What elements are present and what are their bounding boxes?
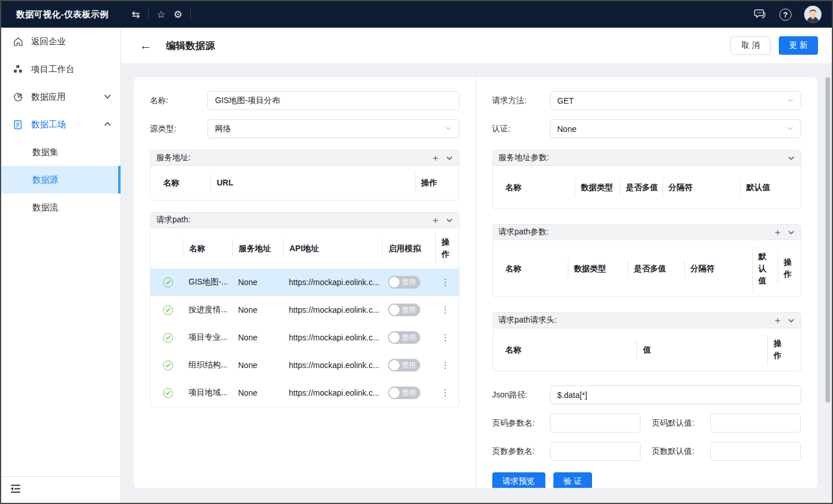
col-header: 服务地址 xyxy=(232,239,283,258)
col-header: 操作 xyxy=(435,233,453,264)
table-row[interactable]: 按进度情... None https://mockapi.eolink.c...… xyxy=(150,296,459,324)
collapse-sidebar-icon[interactable] xyxy=(10,484,21,495)
chat-icon[interactable] xyxy=(754,8,767,21)
chevron-down-icon xyxy=(445,124,452,134)
request-path-table-header: 名称 服务地址 API地址 启用模拟 操作 xyxy=(150,228,459,268)
sidebar-item-project-workbench[interactable]: 项目工作台 xyxy=(1,55,120,83)
col-header: 操作 xyxy=(415,173,452,192)
update-button[interactable]: 更 新 xyxy=(779,36,818,55)
service-address-title: 服务地址: xyxy=(156,153,433,163)
toggle-label: 禁用 xyxy=(402,388,416,398)
table-row[interactable]: GIS地图-... None https://mockapi.eolink.c.… xyxy=(150,268,459,296)
mock-toggle[interactable]: 禁用 xyxy=(388,386,420,399)
path-params-title: 请求path参数: xyxy=(499,227,775,237)
path-api-url: https://mockapi.eolink.c... xyxy=(283,278,382,287)
toggle-label: 禁用 xyxy=(402,278,416,287)
sidebar-item-data-apps[interactable]: 数据应用 xyxy=(1,83,120,111)
swap-icon[interactable]: ⇆ xyxy=(132,10,140,20)
sidebar-subitem-label: 数据流 xyxy=(32,202,58,213)
table-row[interactable]: 项目地域... None https://mockapi.eolink.c...… xyxy=(150,379,459,407)
path-headers-title: 请求path请求头: xyxy=(499,315,775,325)
kebab-menu-icon[interactable]: ⋮ xyxy=(435,277,452,287)
col-header: 默认值 xyxy=(740,178,794,197)
chevron-down-icon[interactable] xyxy=(446,154,453,162)
toggle-knob xyxy=(389,277,399,287)
page-count-param-label: 页数参数名: xyxy=(492,446,550,457)
chevron-down-icon[interactable] xyxy=(787,317,795,324)
page-num-param-label: 页码参数名: xyxy=(492,418,550,429)
divider xyxy=(148,9,149,20)
name-input[interactable] xyxy=(208,91,459,110)
mock-toggle[interactable]: 禁用 xyxy=(388,331,420,344)
sidebar-item-dataflow[interactable]: 数据流 xyxy=(1,194,120,221)
add-icon[interactable]: + xyxy=(433,153,439,163)
page-num-param-input[interactable] xyxy=(550,414,640,433)
add-icon[interactable]: + xyxy=(775,316,781,325)
sidebar-item-data-factory[interactable]: 数据工场 xyxy=(1,111,120,138)
path-headers-table-header: 名称 值 操作 xyxy=(493,328,801,371)
source-type-select[interactable]: 网络 xyxy=(208,119,459,138)
request-preview-button[interactable]: 请求预览 xyxy=(492,472,545,488)
path-headers-section: 请求path请求头: + 名称 值 操作 xyxy=(492,312,802,372)
service-address-section: 服务地址: + 名称 URL 操作 xyxy=(150,150,459,200)
col-header: 是否多值 xyxy=(620,178,662,197)
auth-label: 认证: xyxy=(492,124,550,134)
check-circle-icon xyxy=(163,361,173,370)
request-method-label: 请求方法: xyxy=(492,96,550,106)
path-service: None xyxy=(232,333,283,342)
help-icon[interactable]: ? xyxy=(779,9,791,21)
user-avatar[interactable] xyxy=(804,6,821,23)
scrollbar-track[interactable] xyxy=(826,77,830,488)
table-row[interactable]: 组织结构... None https://mockapi.eolink.c...… xyxy=(150,351,459,379)
divider xyxy=(190,9,191,20)
service-address-table-header: 名称 URL 操作 xyxy=(150,166,459,200)
workbench-icon xyxy=(13,64,23,74)
chevron-down-icon[interactable] xyxy=(787,154,795,162)
service-params-table-header: 名称 数据类型 是否多值 分隔符 默认值 xyxy=(493,166,801,209)
table-row[interactable]: 项目专业... None https://mockapi.eolink.c...… xyxy=(150,324,459,351)
path-api-url: https://mockapi.eolink.c... xyxy=(283,305,382,314)
chevron-down-icon xyxy=(787,96,794,105)
sidebar-item-dataset[interactable]: 数据集 xyxy=(1,138,120,166)
check-circle-icon xyxy=(163,388,173,398)
check-circle-icon xyxy=(163,333,173,343)
scrollbar-thumb[interactable] xyxy=(826,77,830,403)
mock-toggle[interactable]: 禁用 xyxy=(388,276,420,289)
validate-button[interactable]: 验 证 xyxy=(553,472,593,488)
document-icon xyxy=(13,119,23,130)
request-method-select[interactable]: GET xyxy=(550,91,802,110)
sidebar-item-datasource[interactable]: 数据源 xyxy=(1,166,120,194)
page-num-default-label: 页码默认值: xyxy=(652,418,710,429)
auth-select[interactable]: None xyxy=(550,119,802,138)
back-icon[interactable]: ← xyxy=(140,39,152,52)
kebab-menu-icon[interactable]: ⋮ xyxy=(435,332,452,343)
add-icon[interactable]: + xyxy=(433,215,439,225)
add-icon[interactable]: + xyxy=(775,228,781,237)
name-label: 名称: xyxy=(150,96,208,106)
col-header: 是否多值 xyxy=(628,259,684,278)
sidebar-item-return-enterprise[interactable]: 返回企业 xyxy=(1,28,120,55)
star-icon[interactable]: ☆ xyxy=(157,10,165,20)
page-num-default-input[interactable] xyxy=(710,414,801,433)
mock-toggle[interactable]: 禁用 xyxy=(388,359,420,372)
toggle-label: 禁用 xyxy=(402,361,416,370)
path-name: GIS地图-... xyxy=(183,277,232,287)
json-path-input[interactable] xyxy=(550,385,802,404)
mock-toggle[interactable]: 禁用 xyxy=(388,304,420,316)
kebab-menu-icon[interactable]: ⋮ xyxy=(435,360,452,370)
page-count-param-input[interactable] xyxy=(550,442,640,461)
kebab-menu-icon[interactable]: ⋮ xyxy=(435,305,452,315)
source-type-label: 源类型: xyxy=(150,124,208,134)
request-path-section: 请求path: + 名称 服务地址 API地址 xyxy=(150,212,459,407)
gear-icon[interactable]: ⚙ xyxy=(174,10,182,20)
app-window: 数据可视化-仪表板示例 ⇆ ☆ ⚙ ? 返回企业 xyxy=(0,0,833,504)
chevron-down-icon[interactable] xyxy=(787,229,795,236)
kebab-menu-icon[interactable]: ⋮ xyxy=(435,388,452,398)
sidebar-item-label: 返回企业 xyxy=(31,36,111,47)
sidebar-item-label: 数据应用 xyxy=(31,92,104,103)
page-count-default-input[interactable] xyxy=(710,442,801,461)
cancel-button[interactable]: 取 消 xyxy=(730,36,771,55)
chevron-down-icon[interactable] xyxy=(446,217,453,224)
col-header: URL xyxy=(210,173,415,192)
path-api-url: https://mockapi.eolink.c... xyxy=(283,388,382,397)
